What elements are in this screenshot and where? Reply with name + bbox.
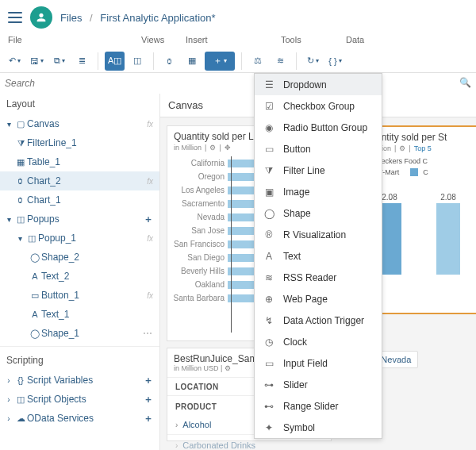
tree-script-objects[interactable]: › ◫ Script Objects ＋: [0, 390, 159, 409]
search-input[interactable]: [0, 73, 476, 94]
data-script-button[interactable]: { }▾: [325, 52, 344, 71]
tree-label: Popups: [27, 213, 144, 225]
tree-popups[interactable]: ▾ ◫ Popups ＋: [0, 210, 159, 229]
filter-icon: ⧩: [263, 165, 275, 176]
fx-icon[interactable]: fx: [147, 120, 153, 129]
tree-chart2[interactable]: ⧮ Chart_2 fx: [0, 171, 159, 190]
chevron-right-icon[interactable]: ›: [3, 395, 14, 404]
chevron-down-icon[interactable]: ▾: [14, 234, 25, 243]
tree-label: Popup_1: [38, 233, 147, 244]
menu-item-label: Image: [283, 187, 309, 198]
tree-label: OData Services: [27, 413, 144, 424]
tree-button1[interactable]: ▭ Button_1 fx: [0, 286, 159, 305]
odata-icon: ☁: [14, 413, 27, 424]
tree-table[interactable]: ▦ Table_1: [0, 152, 159, 171]
menu-item-checkbox-group[interactable]: ☑Checkbox Group: [255, 95, 382, 117]
menu-item-label: Shape: [283, 208, 311, 219]
tree-popup1[interactable]: ▾ ◫ Popup_1 fx: [0, 229, 159, 248]
web-icon: ⊕: [263, 294, 275, 305]
menu-item-slider[interactable]: ⊶Slider: [255, 374, 382, 395]
chart-top-link[interactable]: Top 5: [414, 144, 432, 152]
chevron-down-icon[interactable]: ▾: [3, 215, 14, 224]
views-preview-button[interactable]: ◫: [128, 52, 147, 71]
outline-button[interactable]: ≣: [72, 52, 91, 71]
menu-item-data-action-trigger[interactable]: ↯Data Action Trigger: [255, 310, 382, 331]
menu-item-text[interactable]: AText: [255, 245, 382, 267]
menu-item-dropdown[interactable]: ☰Dropdown: [255, 74, 382, 95]
checkbox-icon: ☑: [263, 101, 275, 112]
bar-label: Oregon: [172, 172, 228, 181]
app-header: Files / First Analytic Application*: [0, 0, 476, 35]
chart-config-icon[interactable]: ⚙: [399, 144, 405, 152]
fx-icon[interactable]: fx: [147, 177, 153, 186]
layout-panel: Layout ▾ ▢ Canvas fx ⧩ FilterLine_1 ▦ Ta…: [0, 94, 160, 450]
menu-views[interactable]: Views: [141, 35, 186, 49]
chip-label: Nevada: [381, 355, 411, 364]
tree-odata[interactable]: › ☁ OData Services ＋: [0, 409, 159, 428]
filterline-icon: ⧩: [14, 138, 27, 148]
fx-icon[interactable]: fx: [147, 291, 153, 300]
undo-button[interactable]: ↶▾: [5, 52, 24, 71]
chevron-right-icon[interactable]: ›: [3, 376, 14, 385]
chevron-down-icon[interactable]: ▾: [3, 120, 14, 129]
menu-item-filter-line[interactable]: ⧩Filter Line: [255, 160, 382, 181]
insert-add-button[interactable]: ＋▾: [205, 52, 235, 71]
add-button[interactable]: ＋: [144, 412, 153, 425]
menu-item-image[interactable]: ▣Image: [255, 181, 382, 202]
add-button[interactable]: ＋: [144, 393, 153, 406]
insert-table-button[interactable]: ▦: [182, 52, 202, 71]
menu-file[interactable]: File: [8, 35, 141, 49]
tree-script-variables[interactable]: › {} Script Variables ＋: [0, 371, 159, 390]
datasource-unit: in Million USD: [174, 364, 219, 372]
avatar[interactable]: [30, 6, 52, 29]
chevron-right-icon[interactable]: ›: [3, 414, 14, 423]
views-design-button[interactable]: A◫: [105, 52, 125, 71]
chart-more-icon[interactable]: ✥: [225, 144, 231, 152]
menu-tools[interactable]: Tools: [281, 35, 346, 49]
menu-item-range-slider[interactable]: ⊷Range Slider: [255, 395, 382, 417]
tree-filterline[interactable]: ⧩ FilterLine_1: [0, 133, 159, 152]
menu-item-label: Dropdown: [283, 79, 327, 90]
more-icon[interactable]: ⋯: [143, 328, 153, 339]
menu-icon[interactable]: [8, 12, 22, 23]
menu-item-label: Clock: [283, 337, 307, 348]
tree-canvas[interactable]: ▾ ▢ Canvas fx: [0, 114, 159, 133]
save-button[interactable]: 🖫▾: [27, 52, 47, 71]
add-popup-button[interactable]: ＋: [144, 213, 153, 226]
menu-item-symbol[interactable]: ✦Symbol: [255, 417, 382, 438]
tree-text1[interactable]: A Text_1: [0, 305, 159, 324]
menu-item-label: Button: [283, 144, 311, 155]
shape-icon: ◯: [29, 252, 41, 263]
menu-insert[interactable]: Insert: [186, 35, 281, 49]
tree-shape1[interactable]: ◯ Shape_1 ⋯: [0, 324, 159, 343]
chevron-right-icon: ›: [175, 441, 178, 450]
menu-item-shape[interactable]: ◯Shape: [255, 202, 382, 224]
menu-item-radio-button-group[interactable]: ◉Radio Button Group: [255, 117, 382, 138]
menu-item-web-page[interactable]: ⊕Web Page: [255, 288, 382, 310]
menu-item-r-visualization[interactable]: ®R Visualization: [255, 224, 382, 245]
menu-item-label: Input Field: [283, 358, 328, 369]
row-label: Alcohol: [182, 420, 211, 429]
menu-item-rss-reader[interactable]: ≋RSS Reader: [255, 267, 382, 288]
breadcrumb-root[interactable]: Files: [60, 12, 82, 24]
tools-compare-button[interactable]: ⚖: [248, 52, 267, 71]
menu-item-button[interactable]: ▭Button: [255, 138, 382, 160]
insert-chart-button[interactable]: ⧮: [160, 52, 179, 71]
add-button[interactable]: ＋: [144, 374, 153, 387]
chart-config-icon[interactable]: ⚙: [209, 144, 216, 152]
tree-shape2[interactable]: ◯ Shape_2: [0, 248, 159, 267]
tree-chart1[interactable]: ⧮ Chart_1: [0, 190, 159, 210]
search-icon[interactable]: 🔍: [459, 77, 471, 88]
menu-data[interactable]: Data: [346, 35, 393, 49]
fx-icon[interactable]: fx: [147, 234, 153, 243]
menu-item-label: Checkbox Group: [283, 101, 355, 112]
data-refresh-button[interactable]: ↻▾: [303, 52, 322, 71]
menu-item-input-field[interactable]: ▭Input Field: [255, 352, 382, 374]
tools-settings-button[interactable]: ≋: [271, 52, 290, 71]
tree-text2[interactable]: A Text_2: [0, 267, 159, 286]
menu-item-clock[interactable]: ◷Clock: [255, 331, 382, 352]
breadcrumb[interactable]: Files / First Analytic Application*: [60, 12, 216, 24]
breadcrumb-current[interactable]: First Analytic Application*: [100, 12, 215, 24]
chart-axis: [231, 156, 232, 333]
copy-button[interactable]: ⧉▾: [50, 52, 69, 71]
